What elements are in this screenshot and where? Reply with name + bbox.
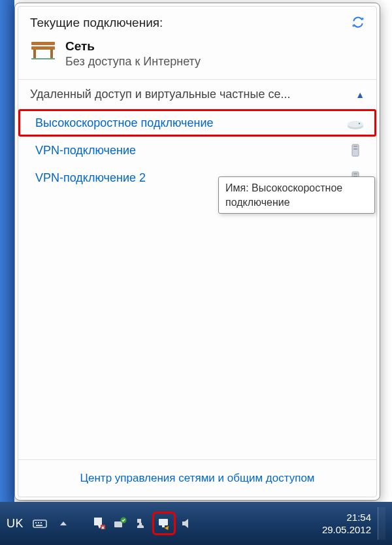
taskbar-left: UK xyxy=(7,514,195,533)
svg-rect-11 xyxy=(353,173,357,174)
clock-date: 29.05.2012 xyxy=(322,523,371,537)
server-icon xyxy=(346,143,365,157)
connection-highspeed[interactable]: Высокоскоростное подключение xyxy=(18,109,376,137)
clock-time: 21:54 xyxy=(322,511,371,524)
category-label: Удаленный доступ и виртуальные частные с… xyxy=(30,88,350,101)
tray-arrow-icon[interactable] xyxy=(56,516,71,531)
svg-rect-13 xyxy=(33,520,46,527)
network-status: Без доступа к Интернету xyxy=(65,55,201,69)
svg-rect-16 xyxy=(41,522,42,523)
svg-rect-19 xyxy=(114,521,122,527)
modem-icon xyxy=(346,116,365,130)
category-header[interactable]: Удаленный доступ и виртуальные частные с… xyxy=(18,80,376,109)
svg-rect-18 xyxy=(101,525,105,529)
svg-rect-9 xyxy=(353,148,357,150)
flyout-body: Текущие подключения: Сеть Без доступа к … xyxy=(18,6,377,497)
svg-rect-17 xyxy=(36,525,42,526)
network-tray-icon[interactable] xyxy=(154,514,174,533)
chevron-up-icon: ▲ xyxy=(355,90,365,100)
svg-rect-2 xyxy=(33,50,36,59)
flyout-header: Текущие подключения: xyxy=(18,7,376,35)
power-icon[interactable] xyxy=(133,516,148,531)
svg-rect-22 xyxy=(159,519,168,525)
show-desktop-button[interactable] xyxy=(378,507,385,540)
action-center-icon[interactable] xyxy=(91,516,106,531)
network-center-link[interactable]: Центр управления сетями и общим доступом xyxy=(18,459,376,497)
svg-rect-3 xyxy=(50,50,53,59)
system-tray xyxy=(91,514,195,533)
svg-rect-8 xyxy=(353,146,357,147)
svg-rect-14 xyxy=(35,522,37,523)
current-network[interactable]: Сеть Без доступа к Интернету xyxy=(18,35,376,79)
svg-rect-15 xyxy=(38,522,39,523)
refresh-icon[interactable] xyxy=(351,16,365,29)
bench-icon xyxy=(30,39,56,61)
connection-label: Высокоскоростное подключение xyxy=(35,116,341,130)
svg-rect-0 xyxy=(31,42,55,45)
svg-rect-23 xyxy=(162,525,165,527)
language-indicator[interactable]: UK xyxy=(7,517,24,531)
network-flyout: Текущие подключения: Сеть Без доступа к … xyxy=(14,3,380,501)
connection-list: Высокоскоростное подключение VPN-подключ… xyxy=(18,109,376,459)
desktop-edge xyxy=(0,0,14,545)
svg-point-6 xyxy=(359,123,360,124)
safely-remove-icon[interactable] xyxy=(112,516,127,531)
connection-label: VPN-подключение xyxy=(35,144,341,157)
svg-point-5 xyxy=(348,121,363,127)
header-title: Текущие подключения: xyxy=(30,16,351,30)
volume-icon[interactable] xyxy=(180,516,195,531)
svg-rect-21 xyxy=(137,519,141,523)
keyboard-icon[interactable] xyxy=(33,516,47,531)
current-network-info: Сеть Без доступа к Интернету xyxy=(65,39,201,69)
taskbar[interactable]: UK 21:54 29.05.2012 xyxy=(0,502,392,545)
tooltip: Имя: Высокоскоростное подключение xyxy=(218,176,375,214)
connection-vpn1[interactable]: VPN-подключение xyxy=(18,137,376,164)
svg-rect-1 xyxy=(31,46,55,50)
network-name: Сеть xyxy=(65,39,201,54)
taskbar-clock[interactable]: 21:54 29.05.2012 xyxy=(322,511,371,537)
